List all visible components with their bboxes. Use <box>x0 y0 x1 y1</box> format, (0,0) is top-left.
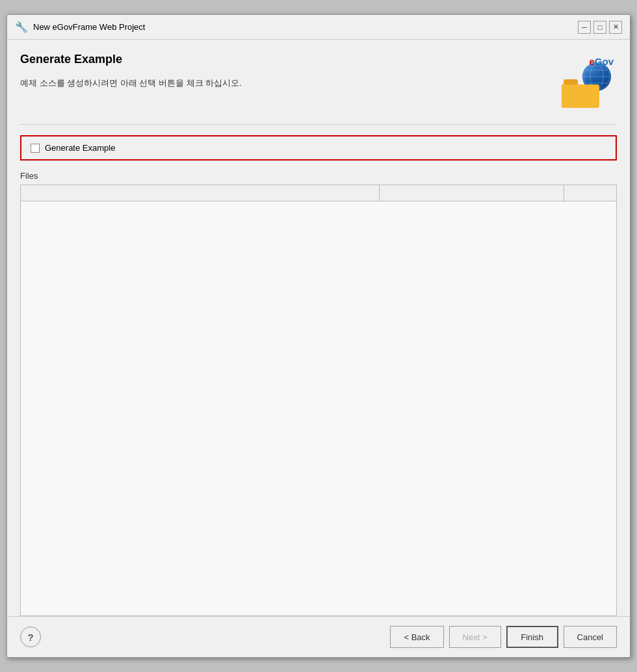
dialog-window: 🔧 New eGovFrame Web Project ─ □ ✕ Genera… <box>6 14 630 658</box>
logo-gov-text: Gov <box>595 56 614 67</box>
files-table <box>20 185 617 616</box>
finish-button[interactable]: Finish <box>506 626 558 648</box>
files-col-2 <box>380 185 564 201</box>
files-table-body <box>21 201 616 615</box>
action-buttons: < Back Next > Finish Cancel <box>390 626 617 648</box>
generate-example-checkbox[interactable] <box>31 144 40 153</box>
back-button[interactable]: < Back <box>390 626 443 648</box>
generate-example-label[interactable]: Generate Example <box>45 143 115 153</box>
close-button[interactable]: ✕ <box>609 21 622 34</box>
window-title: New eGovFrame Web Project <box>33 22 145 32</box>
folder-body <box>562 84 599 108</box>
logo-e-text: e <box>589 56 594 67</box>
next-button[interactable]: Next > <box>449 626 501 648</box>
folder-tab <box>564 79 578 84</box>
files-label: Files <box>20 171 617 181</box>
files-table-header <box>21 185 616 201</box>
egov-logo-container: eGov <box>558 53 617 111</box>
app-icon: 🔧 <box>15 21 28 34</box>
files-col-1 <box>21 185 380 201</box>
restore-button[interactable]: □ <box>593 21 606 34</box>
title-bar: 🔧 New eGovFrame Web Project ─ □ ✕ <box>7 15 630 40</box>
files-col-3 <box>564 185 616 201</box>
egov-logo: eGov <box>562 56 614 108</box>
folder-icon <box>562 79 599 108</box>
files-section: Files <box>20 171 617 616</box>
content-area: Generate Example 예제 소스를 생성하시려면 아래 선택 버튼을… <box>7 40 630 616</box>
logo-text: eGov <box>589 56 614 68</box>
title-bar-buttons: ─ □ ✕ <box>578 21 622 34</box>
help-button[interactable]: ? <box>20 627 41 647</box>
bottom-bar: ? < Back Next > Finish Cancel <box>7 616 630 657</box>
minimize-button[interactable]: ─ <box>578 21 591 34</box>
page-title: Generate Example <box>20 53 558 66</box>
cancel-button[interactable]: Cancel <box>564 626 617 648</box>
header-text: Generate Example 예제 소스를 생성하시려면 아래 선택 버튼을… <box>20 53 558 90</box>
header-divider <box>20 124 617 125</box>
header-section: Generate Example 예제 소스를 생성하시려면 아래 선택 버튼을… <box>20 53 617 111</box>
title-bar-left: 🔧 New eGovFrame Web Project <box>15 21 145 34</box>
generate-example-section: Generate Example <box>20 135 617 161</box>
header-description: 예제 소스를 생성하시려면 아래 선택 버튼을 체크 하십시오. <box>20 77 558 90</box>
